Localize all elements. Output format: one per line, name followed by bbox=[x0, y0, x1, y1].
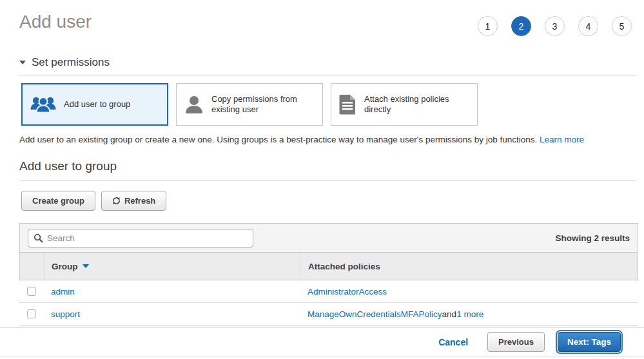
card-copy-permissions[interactable]: Copy permissions from existing user bbox=[176, 83, 323, 126]
row-policies-cell: AdministratorAccess bbox=[300, 287, 638, 296]
row-checkbox-cell bbox=[19, 287, 44, 296]
table-row-admin[interactable]: admin AdministratorAccess bbox=[19, 280, 638, 303]
create-group-button[interactable]: Create group bbox=[21, 191, 95, 211]
policies-column-label: Attached policies bbox=[308, 262, 380, 271]
set-permissions-header[interactable]: Set permissions bbox=[19, 56, 636, 75]
page-header: Add user 1 2 3 4 5 bbox=[0, 0, 644, 36]
table-header-row: Group Attached policies bbox=[19, 253, 638, 280]
group-link[interactable]: admin bbox=[51, 287, 75, 296]
learn-more-link[interactable]: Learn more bbox=[540, 135, 584, 144]
card-label: Attach existing policies directly bbox=[364, 94, 469, 115]
create-group-label: Create group bbox=[32, 196, 84, 206]
group-actions: Create group Refresh bbox=[21, 191, 644, 211]
step-4[interactable]: 4 bbox=[578, 16, 598, 36]
card-attach-policies[interactable]: Attach existing policies directly bbox=[331, 83, 478, 126]
next-tags-button[interactable]: Next: Tags bbox=[558, 332, 621, 352]
header-group-column[interactable]: Group bbox=[44, 253, 300, 280]
table-toolbar: Showing 2 results bbox=[19, 223, 638, 253]
cancel-button[interactable]: Cancel bbox=[438, 337, 468, 347]
permission-option-cards: Add user to group Copy permissions from … bbox=[21, 83, 636, 126]
refresh-icon bbox=[112, 197, 121, 205]
refresh-button[interactable]: Refresh bbox=[101, 191, 166, 211]
users-group-icon bbox=[30, 95, 56, 114]
row-checkbox[interactable] bbox=[27, 309, 36, 318]
card-add-user-to-group[interactable]: Add user to group bbox=[21, 83, 168, 126]
previous-button[interactable]: Previous bbox=[487, 332, 545, 352]
permissions-description: Add user to an existing group or create … bbox=[19, 135, 636, 144]
previous-label: Previous bbox=[498, 337, 534, 347]
user-icon bbox=[184, 95, 204, 115]
row-policies-cell: ManageOwnCredentialsMFAPolicy and 1 more bbox=[300, 309, 638, 319]
groups-table: Showing 2 results Group Attached policie… bbox=[19, 223, 638, 325]
policy-link[interactable]: ManageOwnCredentialsMFAPolicy bbox=[307, 309, 442, 319]
group-column-label: Group bbox=[52, 262, 78, 271]
header-checkbox-cell bbox=[20, 253, 44, 280]
collapse-arrow-icon bbox=[19, 61, 26, 64]
wizard-steps: 1 2 3 4 5 bbox=[478, 16, 632, 36]
more-link[interactable]: 1 more bbox=[456, 309, 483, 319]
search-input[interactable] bbox=[47, 233, 248, 243]
card-label: Add user to group bbox=[64, 99, 130, 110]
row-group-cell: admin bbox=[44, 287, 300, 296]
header-policies-column: Attached policies bbox=[300, 253, 638, 280]
page-title: Add user bbox=[19, 12, 92, 32]
policy-link[interactable]: AdministratorAccess bbox=[307, 287, 387, 296]
add-user-to-group-title: Add user to group bbox=[19, 159, 636, 180]
search-box[interactable] bbox=[28, 229, 253, 247]
table-row-support[interactable]: support ManageOwnCredentialsMFAPolicy an… bbox=[19, 303, 638, 325]
results-count: Showing 2 results bbox=[555, 233, 630, 243]
row-group-cell: support bbox=[44, 309, 300, 319]
step-2-active[interactable]: 2 bbox=[511, 16, 531, 36]
search-icon bbox=[34, 233, 43, 243]
row-checkbox[interactable] bbox=[27, 287, 36, 296]
description-text: Add user to an existing group or create … bbox=[19, 135, 537, 144]
sort-desc-icon[interactable] bbox=[83, 264, 89, 268]
step-5[interactable]: 5 bbox=[612, 16, 632, 36]
group-link[interactable]: support bbox=[51, 309, 80, 319]
wizard-footer: Cancel Previous Next: Tags bbox=[0, 327, 644, 356]
refresh-label: Refresh bbox=[124, 196, 155, 206]
step-3[interactable]: 3 bbox=[545, 16, 565, 36]
card-label: Copy permissions from existing user bbox=[211, 94, 315, 115]
row-checkbox-cell bbox=[19, 309, 44, 318]
step-1[interactable]: 1 bbox=[478, 16, 498, 36]
add-user-page: Add user 1 2 3 4 5 Set permissions bbox=[0, 0, 644, 359]
document-icon bbox=[339, 94, 356, 115]
set-permissions-title: Set permissions bbox=[32, 56, 110, 69]
and-text: and bbox=[442, 309, 457, 319]
